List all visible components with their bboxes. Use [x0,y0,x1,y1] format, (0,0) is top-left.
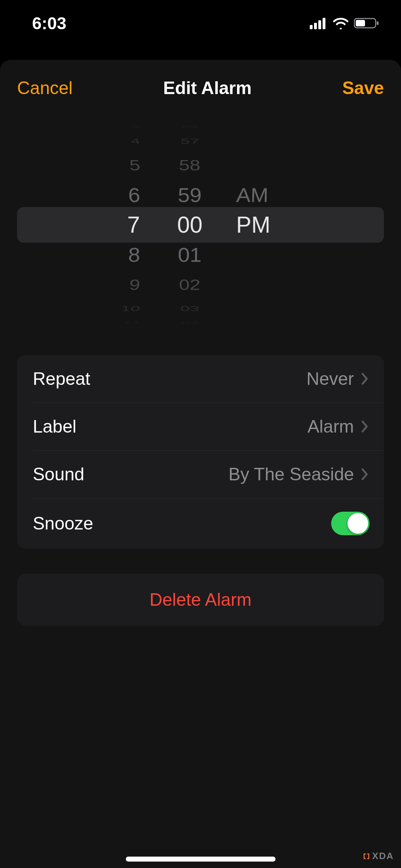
delete-section: Delete Alarm [17,574,384,626]
wheel-item: 04 [181,322,198,324]
svg-rect-0 [310,25,313,29]
alarm-settings-table: Repeat Never Label Alarm Sound By The Se… [17,355,384,549]
status-indicators [310,17,380,29]
chevron-right-icon [360,372,370,386]
time-picker[interactable]: 3 4 5 6 7 8 9 10 11 56 57 58 59 00 01 02… [0,120,401,330]
label-row[interactable]: Label Alarm [17,403,384,450]
wheel-item: 8 [89,241,140,269]
save-button[interactable]: Save [342,78,384,98]
snooze-label: Snooze [33,513,93,534]
wheel-item: 01 [178,241,202,269]
sound-value: By The Seaside [228,464,354,485]
home-indicator[interactable] [126,857,276,862]
svg-rect-3 [323,18,325,29]
wheel-item: 11 [89,322,141,324]
hour-wheel[interactable]: 3 4 5 6 7 8 9 10 11 [90,120,154,330]
ampm-selected: PM [236,210,311,240]
chevron-right-icon [360,419,370,434]
wheel-item: 9 [89,273,141,296]
status-bar: 6:03 [0,0,401,46]
status-time: 6:03 [32,14,66,33]
edit-alarm-sheet: Cancel Edit Alarm Save 3 4 5 6 7 8 9 10 … [0,60,401,868]
wheel-item: 02 [179,273,201,296]
wheel-item: AM [236,181,312,209]
wifi-icon [333,17,349,29]
repeat-label: Repeat [33,368,90,389]
wheel-item: 59 [178,181,202,209]
sound-row[interactable]: Sound By The Seaside [17,450,384,498]
svg-rect-6 [377,21,379,25]
snooze-row: Snooze [17,498,384,549]
switch-knob [348,513,368,534]
battery-icon [354,17,380,29]
svg-rect-2 [318,20,321,29]
wheel-item: 57 [180,138,200,145]
cancel-button[interactable]: Cancel [17,78,73,98]
wheel-item: 58 [179,154,201,177]
wheel-item: 3 [89,126,141,128]
wheel-item: 10 [89,305,141,312]
watermark: XDA [362,851,394,862]
label-label: Label [33,416,76,437]
sound-label: Sound [33,464,84,485]
wheel-item: 6 [89,181,140,209]
nav-bar: Cancel Edit Alarm Save [0,60,401,113]
wheel-item: 5 [89,154,141,177]
ampm-wheel[interactable]: AM PM . [226,120,311,330]
chevron-right-icon [360,467,370,481]
repeat-value: Never [307,368,354,389]
svg-rect-5 [356,20,365,26]
cellular-icon [310,17,328,29]
minute-wheel[interactable]: 56 57 58 59 00 01 02 03 04 [154,120,226,330]
svg-rect-1 [314,23,317,29]
wheel-item: 4 [89,138,141,145]
minute-selected: 00 [177,210,202,240]
hour-selected: 7 [90,210,140,240]
repeat-row[interactable]: Repeat Never [17,355,384,403]
wheel-item: 03 [180,305,200,312]
page-title: Edit Alarm [163,78,252,98]
wheel-item: 56 [181,126,198,128]
delete-alarm-button[interactable]: Delete Alarm [17,574,384,626]
label-value: Alarm [307,416,354,437]
snooze-toggle[interactable] [331,512,370,535]
